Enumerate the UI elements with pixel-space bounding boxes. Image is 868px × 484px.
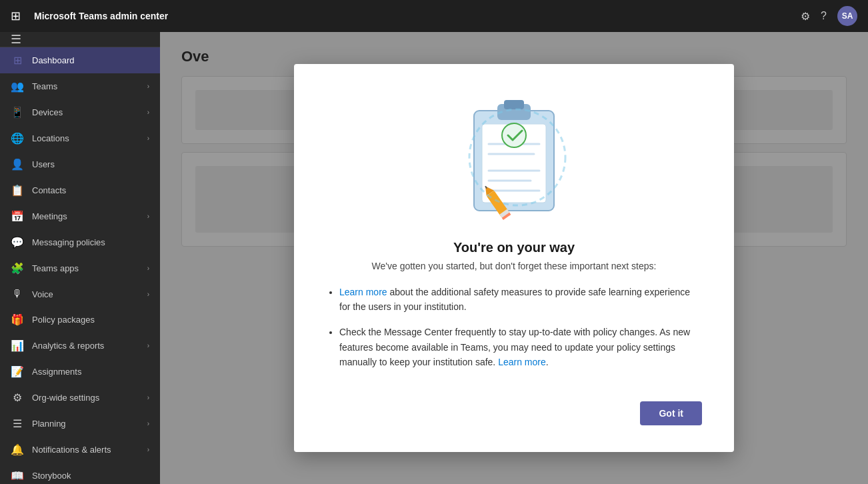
sidebar-icon-analytics-reports: 📊 bbox=[11, 339, 24, 352]
sidebar-item-storybook[interactable]: 📖Storybook bbox=[0, 463, 160, 484]
got-it-button[interactable]: Got it bbox=[640, 401, 702, 425]
sidebar-item-locations[interactable]: 🌐Locations› bbox=[0, 125, 160, 151]
topbar: ⊞ Microsoft Teams admin center ⚙ ? SA bbox=[0, 0, 868, 32]
sidebar-icon-locations: 🌐 bbox=[11, 132, 24, 145]
sidebar-label-contacts: Contacts bbox=[32, 185, 149, 195]
sidebar-item-users[interactable]: 👤Users bbox=[0, 151, 160, 177]
sidebar-item-voice[interactable]: 🎙Voice› bbox=[0, 281, 160, 307]
sidebar-label-storybook: Storybook bbox=[32, 471, 149, 481]
sidebar-label-locations: Locations bbox=[32, 133, 139, 143]
main-layout: ☰ ⊞Dashboard👥Teams›📱Devices›🌐Locations›👤… bbox=[0, 32, 868, 484]
sidebar-item-teams-apps[interactable]: 🧩Teams apps› bbox=[0, 255, 160, 281]
sidebar-item-meetings[interactable]: 📅Meetings› bbox=[0, 203, 160, 229]
sidebar-icon-voice: 🎙 bbox=[11, 288, 24, 300]
sidebar-label-teams: Teams bbox=[32, 81, 139, 91]
user-avatar[interactable]: SA bbox=[837, 6, 857, 26]
sidebar-chevron-analytics-reports: › bbox=[147, 342, 149, 349]
learn-more-link-1[interactable]: Learn more bbox=[339, 287, 387, 297]
modal-subtitle: We've gotten you started, but don't forg… bbox=[372, 261, 657, 271]
sidebar-label-notifications-alerts: Notifications & alerts bbox=[32, 445, 139, 455]
modal-dialog: You're on your way We've gotten you star… bbox=[294, 64, 734, 453]
sidebar-icon-contacts: 📋 bbox=[11, 184, 24, 197]
sidebar-chevron-planning: › bbox=[147, 420, 149, 427]
sidebar-icon-meetings: 📅 bbox=[11, 210, 24, 223]
modal-body: Learn more about the additional safety m… bbox=[326, 285, 702, 381]
sidebar-icon-teams: 👥 bbox=[11, 80, 24, 93]
sidebar: ☰ ⊞Dashboard👥Teams›📱Devices›🌐Locations›👤… bbox=[0, 32, 160, 484]
sidebar-chevron-org-wide-settings: › bbox=[147, 394, 149, 401]
modal-list-item-1: Learn more about the additional safety m… bbox=[339, 285, 702, 315]
app-title: Microsoft Teams admin center bbox=[34, 11, 793, 21]
topbar-actions: ⚙ ? SA bbox=[801, 6, 857, 26]
sidebar-chevron-teams-apps: › bbox=[147, 265, 149, 272]
sidebar-icon-messaging-policies: 💬 bbox=[11, 236, 24, 249]
sidebar-item-teams[interactable]: 👥Teams› bbox=[0, 73, 160, 99]
content-area: Ove bbox=[160, 32, 868, 484]
sidebar-item-dashboard[interactable]: ⊞Dashboard bbox=[0, 47, 160, 73]
sidebar-chevron-meetings: › bbox=[147, 213, 149, 220]
modal-illustration bbox=[447, 91, 581, 224]
sidebar-icon-assignments: 📝 bbox=[11, 365, 24, 378]
learn-more-link-2[interactable]: Learn more bbox=[498, 357, 546, 367]
sidebar-header: ☰ bbox=[0, 32, 160, 47]
sidebar-item-assignments[interactable]: 📝Assignments bbox=[0, 359, 160, 385]
sidebar-icon-dashboard: ⊞ bbox=[11, 54, 24, 67]
sidebar-icon-planning: ☰ bbox=[11, 417, 24, 430]
sidebar-chevron-teams: › bbox=[147, 83, 149, 90]
modal-list-text-1: about the additional safety measures to … bbox=[339, 287, 690, 312]
sidebar-label-analytics-reports: Analytics & reports bbox=[32, 341, 139, 351]
sidebar-icon-teams-apps: 🧩 bbox=[11, 262, 24, 275]
sidebar-label-dashboard: Dashboard bbox=[32, 55, 149, 65]
sidebar-label-messaging-policies: Messaging policies bbox=[32, 237, 149, 247]
grid-icon[interactable]: ⊞ bbox=[11, 9, 21, 23]
modal-title: You're on your way bbox=[453, 240, 575, 255]
help-icon[interactable]: ? bbox=[821, 10, 827, 22]
sidebar-item-messaging-policies[interactable]: 💬Messaging policies bbox=[0, 229, 160, 255]
modal-footer: Got it bbox=[326, 401, 702, 425]
svg-rect-2 bbox=[504, 100, 524, 109]
sidebar-icon-storybook: 📖 bbox=[11, 469, 24, 482]
sidebar-label-users: Users bbox=[32, 159, 149, 169]
hamburger-icon[interactable]: ☰ bbox=[11, 32, 21, 47]
sidebar-label-voice: Voice bbox=[32, 289, 139, 299]
modal-list-item-2: Check the Message Center frequently to s… bbox=[339, 325, 702, 369]
sidebar-label-assignments: Assignments bbox=[32, 367, 149, 377]
modal-overlay: You're on your way We've gotten you star… bbox=[160, 32, 868, 484]
sidebar-item-policy-packages[interactable]: 🎁Policy packages bbox=[0, 307, 160, 333]
svg-point-9 bbox=[502, 123, 526, 147]
sidebar-chevron-notifications-alerts: › bbox=[147, 446, 149, 453]
sidebar-label-meetings: Meetings bbox=[32, 211, 139, 221]
settings-icon[interactable]: ⚙ bbox=[801, 10, 810, 23]
sidebar-label-org-wide-settings: Org-wide settings bbox=[32, 393, 139, 403]
sidebar-chevron-locations: › bbox=[147, 135, 149, 142]
modal-list-text-2b: . bbox=[546, 357, 549, 367]
sidebar-item-contacts[interactable]: 📋Contacts bbox=[0, 177, 160, 203]
sidebar-chevron-voice: › bbox=[147, 291, 149, 298]
sidebar-icon-policy-packages: 🎁 bbox=[11, 313, 24, 326]
sidebar-label-planning: Planning bbox=[32, 419, 139, 429]
sidebar-icon-users: 👤 bbox=[11, 158, 24, 171]
sidebar-item-org-wide-settings[interactable]: ⚙Org-wide settings› bbox=[0, 385, 160, 411]
sidebar-chevron-devices: › bbox=[147, 109, 149, 116]
sidebar-item-devices[interactable]: 📱Devices› bbox=[0, 99, 160, 125]
sidebar-item-notifications-alerts[interactable]: 🔔Notifications & alerts› bbox=[0, 437, 160, 463]
sidebar-icon-devices: 📱 bbox=[11, 106, 24, 119]
sidebar-label-policy-packages: Policy packages bbox=[32, 315, 149, 325]
sidebar-icon-org-wide-settings: ⚙ bbox=[11, 391, 24, 404]
sidebar-item-planning[interactable]: ☰Planning› bbox=[0, 411, 160, 437]
sidebar-item-analytics-reports[interactable]: 📊Analytics & reports› bbox=[0, 333, 160, 359]
sidebar-label-teams-apps: Teams apps bbox=[32, 263, 139, 273]
sidebar-label-devices: Devices bbox=[32, 107, 139, 117]
sidebar-icon-notifications-alerts: 🔔 bbox=[11, 443, 24, 456]
